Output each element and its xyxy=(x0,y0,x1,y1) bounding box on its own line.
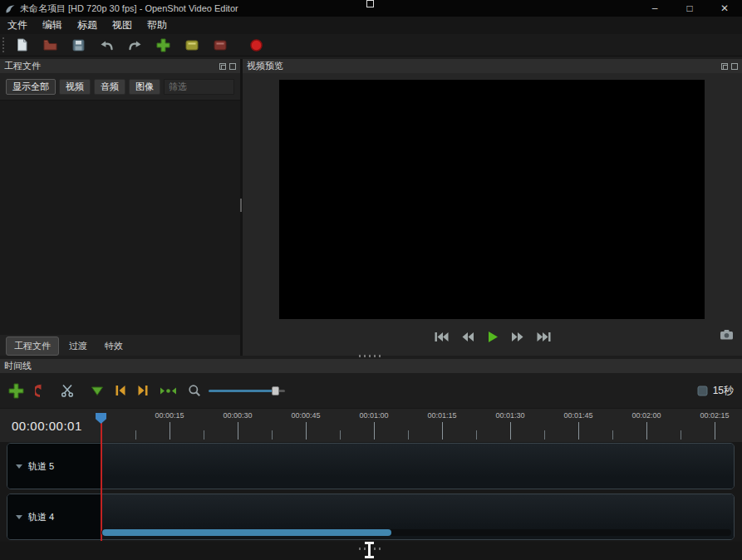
undock-panel-icon[interactable] xyxy=(721,63,728,70)
timeline-tracks-area: 轨道 5 轨道 4 xyxy=(0,442,742,542)
tab-effects[interactable]: 特效 xyxy=(97,337,130,355)
jump-to-end-button[interactable] xyxy=(537,332,552,342)
ruler-label: 00:00:30 xyxy=(212,411,263,420)
current-time-display: 00:00:00:01 xyxy=(12,419,82,433)
timeline-horizontal-scrollbar[interactable] xyxy=(101,529,731,536)
tab-transitions[interactable]: 过渡 xyxy=(61,337,95,355)
text-cursor-artifact xyxy=(365,542,374,558)
timeline-toolbar: 15秒 xyxy=(0,373,742,408)
track-lane[interactable] xyxy=(101,444,734,489)
zoom-tool-icon[interactable] xyxy=(188,384,201,397)
app-logo-icon xyxy=(5,3,16,14)
rewind-button[interactable] xyxy=(461,332,474,342)
menu-help[interactable]: 帮助 xyxy=(140,17,174,34)
zoom-slider[interactable] xyxy=(209,385,285,396)
ruler-label: 00:02:00 xyxy=(621,411,672,420)
add-track-icon[interactable] xyxy=(8,383,24,399)
ruler-label: 00:00:45 xyxy=(280,411,332,420)
ruler-label: 00:01:30 xyxy=(484,411,536,420)
track-name: 轨道 5 xyxy=(28,460,54,473)
timeline-ruler[interactable]: 00:00:00:01 00:00:15 00:00:30 00:00:45 0… xyxy=(0,408,742,442)
jump-to-start-button[interactable] xyxy=(434,332,449,342)
project-files-header: 工程文件 xyxy=(0,59,240,73)
play-button[interactable] xyxy=(487,331,499,343)
zoom-slider-handle[interactable] xyxy=(272,386,279,395)
filter-search-input[interactable] xyxy=(164,79,234,95)
project-files-list[interactable] xyxy=(0,100,240,335)
project-files-title: 工程文件 xyxy=(4,60,41,72)
zoom-level-label: 15秒 xyxy=(713,384,734,398)
track-row[interactable]: 轨道 5 xyxy=(7,443,735,489)
scrollbar-thumb[interactable] xyxy=(102,529,391,536)
open-project-icon[interactable] xyxy=(42,37,59,54)
panel-splitter-handle[interactable] xyxy=(240,199,242,212)
previous-marker-icon[interactable] xyxy=(115,385,126,396)
filter-image-button[interactable]: 图像 xyxy=(129,79,160,95)
menu-title[interactable]: 标题 xyxy=(70,17,105,34)
zoom-level-icon[interactable] xyxy=(697,386,708,396)
openshot-window: 未命名项目 [HD 720p 30 fps] - OpenShot Video … xyxy=(0,0,742,560)
playhead-line xyxy=(101,423,102,541)
minimize-button[interactable]: – xyxy=(637,0,672,17)
video-preview-header: 视频预览 xyxy=(243,59,742,73)
menu-view[interactable]: 视图 xyxy=(105,17,140,34)
cursor-artifact-top xyxy=(366,0,374,7)
track-header[interactable]: 轨道 5 xyxy=(7,444,101,489)
toolbar-drag-handle[interactable] xyxy=(2,37,4,53)
left-dock-tabs: 工程文件 过渡 特效 xyxy=(0,336,240,356)
menu-edit[interactable]: 编辑 xyxy=(35,17,70,34)
export-file-icon[interactable] xyxy=(211,37,228,54)
menu-bar: 文件 编辑 标题 视图 帮助 xyxy=(0,17,742,34)
save-project-icon[interactable] xyxy=(70,37,87,54)
ruler-label: 00:01:45 xyxy=(553,411,604,420)
snapping-toggle-icon[interactable] xyxy=(35,384,50,398)
choose-profile-icon[interactable] xyxy=(183,37,200,54)
ruler-label: 00:02:15 xyxy=(689,411,740,420)
project-filter-row: 显示全部 视频 音频 图像 xyxy=(0,75,240,98)
center-playhead-icon[interactable] xyxy=(160,386,177,396)
new-project-icon[interactable] xyxy=(13,37,31,54)
fast-forward-button[interactable] xyxy=(511,332,524,342)
import-files-icon[interactable] xyxy=(155,37,172,54)
track-header[interactable]: 轨道 4 xyxy=(7,494,101,539)
timeline-header: 时间线 xyxy=(0,359,742,373)
ruler-minor-ticks xyxy=(135,430,742,440)
transport-controls xyxy=(243,327,742,346)
capture-frame-icon[interactable] xyxy=(720,329,734,340)
window-title: 未命名项目 [HD 720p 30 fps] - OpenShot Video … xyxy=(20,2,238,15)
filter-show-all-button[interactable]: 显示全部 xyxy=(6,79,56,95)
filter-video-button[interactable]: 视频 xyxy=(59,79,91,95)
add-marker-icon[interactable] xyxy=(91,386,104,396)
close-panel-icon[interactable] xyxy=(731,63,738,70)
track-name: 轨道 4 xyxy=(28,511,54,523)
close-panel-icon[interactable] xyxy=(229,63,236,70)
tab-project-files[interactable]: 工程文件 xyxy=(6,336,59,356)
redo-icon[interactable] xyxy=(126,37,144,54)
video-preview-title: 视频预览 xyxy=(247,60,283,72)
filter-audio-button[interactable]: 音频 xyxy=(94,79,125,95)
undo-icon[interactable] xyxy=(98,37,115,54)
close-button[interactable]: ✕ xyxy=(707,0,742,17)
undock-panel-icon[interactable] xyxy=(219,63,226,70)
ruler-label: 00:01:15 xyxy=(416,411,468,420)
timeline-title: 时间线 xyxy=(4,360,32,372)
video-canvas xyxy=(279,80,705,319)
main-toolbar xyxy=(0,34,742,56)
chevron-down-icon[interactable] xyxy=(16,515,22,519)
next-marker-icon[interactable] xyxy=(137,385,149,396)
ruler-label: 00:00:15 xyxy=(144,411,195,420)
razor-tool-icon[interactable] xyxy=(61,384,74,397)
chevron-down-icon[interactable] xyxy=(16,464,22,469)
menu-file[interactable]: 文件 xyxy=(0,17,35,34)
horizontal-splitter-handle[interactable] xyxy=(359,355,384,357)
ruler-label: 00:01:00 xyxy=(348,411,400,420)
export-video-icon[interactable] xyxy=(248,37,265,54)
maximize-button[interactable]: □ xyxy=(672,0,707,17)
